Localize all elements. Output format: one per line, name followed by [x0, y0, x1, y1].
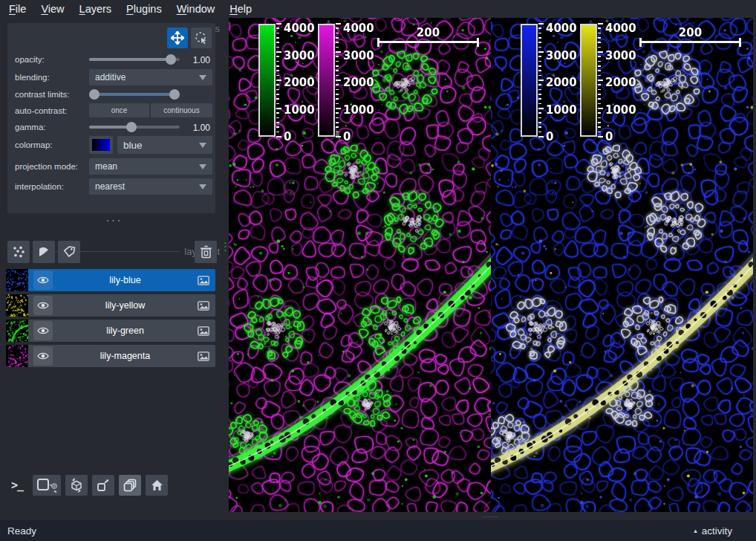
napari-window: FileViewLayersPluginsWindowHelp layer co…	[0, 0, 756, 541]
colorbar-tick	[276, 65, 279, 67]
colorbar-tick	[276, 117, 279, 119]
layer-name: lily-magenta	[53, 351, 198, 361]
menu-item-view[interactable]: View	[33, 1, 71, 16]
colorbar-tick	[538, 75, 541, 77]
delete-layer-button[interactable]	[195, 241, 217, 263]
colorbar-tick	[538, 37, 541, 39]
gamma-slider[interactable]	[89, 122, 180, 132]
auto-contrast-label: auto-contrast:	[15, 106, 67, 115]
layer-list-toolbar	[7, 241, 217, 263]
colorbar-tick	[336, 98, 339, 100]
colorbar-tick	[598, 33, 601, 34]
colorbar-tick	[598, 23, 603, 25]
colorbar-tick	[336, 80, 341, 81]
colormap-dropdown[interactable]: blue	[117, 136, 212, 154]
gamma-label: gamma:	[15, 123, 46, 132]
new-labels-layer-button[interactable]	[58, 241, 80, 263]
colorbar-tick	[538, 112, 541, 114]
dims-resize-handle[interactable]: ......	[229, 512, 753, 519]
dock-resize-handle[interactable]: ...	[0, 214, 229, 221]
grid-mode-button[interactable]	[119, 475, 141, 496]
colorbar-tick-label: 0	[605, 130, 613, 143]
colorbar-tick	[598, 47, 601, 48]
colorbar-tick	[538, 89, 541, 91]
colorbar-tick-label: 3000	[605, 49, 636, 62]
activity-toggle[interactable]: ▴ activity	[694, 525, 732, 537]
roll-cube-icon	[69, 478, 84, 493]
colorbar-tick-label: 4000	[605, 22, 636, 35]
transpose-dimensions-button[interactable]	[92, 475, 114, 496]
layer-row-lily-blue[interactable]: lily-blue	[6, 269, 215, 291]
transform-cursor-icon	[195, 31, 208, 45]
layer-row-lily-yellow[interactable]: lily-yellow	[6, 294, 215, 317]
layer-row-lily-magenta[interactable]: lily-magenta	[6, 345, 215, 367]
menu-item-help[interactable]: Help	[222, 1, 259, 16]
colorbar-tick	[598, 132, 601, 133]
main-canvas[interactable]	[229, 18, 753, 512]
blending-dropdown[interactable]: additive	[89, 69, 212, 85]
eye-icon	[37, 301, 49, 310]
console-button[interactable]: >_	[6, 475, 28, 496]
layer-visibility-button[interactable]	[33, 346, 53, 366]
colorbar-tick	[538, 126, 541, 128]
image-layer-icon	[198, 301, 209, 311]
colorbar-tick	[538, 70, 541, 71]
colorbar-tick	[538, 84, 541, 85]
layer-row-lily-green[interactable]: lily-green	[6, 320, 215, 342]
interpolation-label: interpolation:	[15, 182, 64, 191]
layer-visibility-button[interactable]	[33, 296, 53, 315]
ndisplay-toggle-button[interactable]	[33, 475, 61, 496]
auto-contrast-buttons: once continuous	[89, 103, 212, 117]
chevron-down-icon	[199, 184, 206, 193]
colorbar-tick	[598, 56, 601, 57]
roll-dimensions-button[interactable]	[65, 475, 88, 496]
new-points-layer-button[interactable]	[7, 241, 30, 263]
auto-contrast-once-button[interactable]: once	[89, 103, 149, 117]
contrast-limits-slider[interactable]	[89, 89, 180, 100]
interpolation-dropdown[interactable]: nearest	[89, 178, 212, 195]
viewer-canvas-area: 4000300020001000040003000200010000200400…	[229, 18, 753, 512]
layer-name: lily-yellow	[53, 300, 198, 311]
layer-type-icon	[198, 301, 209, 311]
transform-button[interactable]	[191, 27, 212, 48]
opacity-slider[interactable]	[89, 54, 180, 65]
move-arrows-icon	[171, 31, 184, 45]
colorbar-tick-label: 1000	[546, 103, 577, 117]
scale-bar: 200	[639, 41, 741, 43]
pan-zoom-button[interactable]	[167, 27, 188, 48]
colorbar-tick	[336, 37, 339, 39]
layer-visibility-button[interactable]	[33, 321, 53, 340]
colorbar-tick	[538, 47, 541, 48]
menu-item-window[interactable]: Window	[169, 1, 223, 16]
colorbar-tick	[276, 132, 279, 133]
tag-icon	[62, 245, 76, 259]
colorbar-tick	[336, 61, 339, 62]
layer-type-icon	[198, 276, 209, 285]
colorbar-tick-label: 0	[343, 130, 351, 143]
menu-item-layers[interactable]: Layers	[72, 1, 120, 16]
colorbar-tick-label: 1000	[605, 103, 636, 117]
new-shapes-layer-button[interactable]	[33, 241, 55, 263]
colorbar-tick-label: 4000	[343, 22, 374, 35]
colorbar-tick	[276, 89, 279, 91]
projection-mode-dropdown[interactable]: mean	[89, 158, 212, 175]
colorbar-tick-label: 2000	[284, 76, 315, 89]
home-button[interactable]	[146, 475, 168, 496]
colorbar-tick	[276, 61, 279, 62]
colorbar-tick	[538, 61, 541, 62]
auto-contrast-continuous-button[interactable]: continuous	[151, 103, 212, 117]
projection-mode-value: mean	[95, 161, 117, 172]
colorbar-tick	[336, 94, 339, 95]
layer-visibility-button[interactable]	[33, 270, 53, 290]
colormap-label: colormap:	[15, 140, 53, 149]
colorbar-tick	[336, 117, 339, 119]
menu-item-plugins[interactable]: Plugins	[119, 1, 169, 16]
colorbar-tick	[598, 65, 601, 67]
colorbar-tick	[276, 103, 279, 105]
colorbar-tick	[336, 103, 339, 105]
menu-item-file[interactable]: File	[1, 1, 33, 16]
colorbar-tick	[598, 94, 601, 95]
colorbar-tick	[276, 122, 279, 123]
colorbar-tick-label: 1000	[343, 103, 374, 117]
menu-bar: FileViewLayersPluginsWindowHelp	[0, 0, 756, 18]
